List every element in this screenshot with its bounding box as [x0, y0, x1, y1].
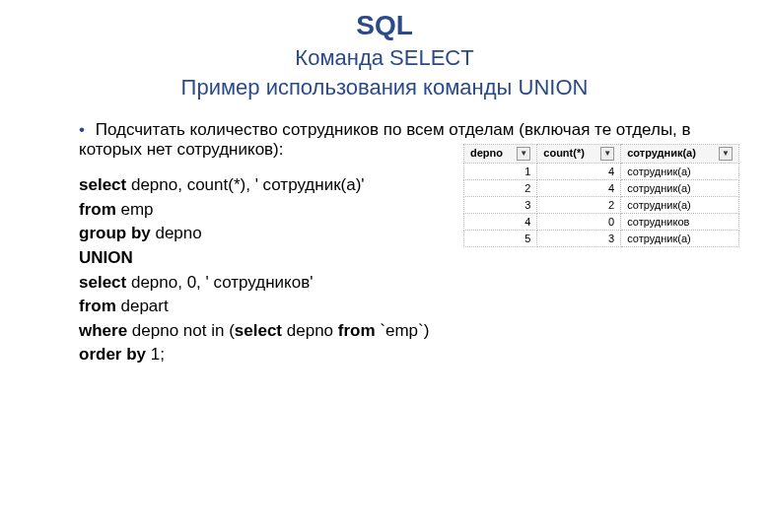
cell-depno: 3 [464, 197, 537, 214]
result-table: depno▼ count(*)▼ сотрудник(а)▼ 1 4 сотру… [463, 144, 739, 247]
cell-depno: 5 [464, 231, 537, 247]
table-row: 5 3 сотрудник(а) [464, 231, 739, 247]
cell-depno: 2 [464, 180, 537, 197]
dropdown-icon[interactable]: ▼ [600, 147, 614, 161]
cell-label: сотрудник(а) [621, 231, 739, 247]
code-line-4: UNION [79, 246, 449, 271]
th-label: сотрудник(а)▼ [621, 145, 739, 164]
title-main: SQL [20, 10, 749, 41]
cell-label: сотрудник(а) [621, 197, 739, 214]
code-line-3: group by depno [79, 222, 449, 246]
table-row: 3 2 сотрудник(а) [464, 197, 739, 214]
cell-depno: 4 [464, 214, 537, 231]
cell-depno: 1 [464, 164, 537, 180]
table-row: 2 4 сотрудник(а) [464, 180, 739, 197]
title-subtitle-1: Команда SELECT [20, 45, 749, 71]
result-table-container: depno▼ count(*)▼ сотрудник(а)▼ 1 4 сотру… [463, 144, 739, 247]
table-header-row: depno▼ count(*)▼ сотрудник(а)▼ [464, 145, 739, 164]
code-line-2: from emp [79, 198, 449, 223]
cell-count: 4 [537, 180, 621, 197]
title-block: SQL Команда SELECT Пример использования … [20, 10, 749, 100]
code-line-6: from depart [79, 295, 449, 319]
dropdown-icon[interactable]: ▼ [517, 147, 530, 161]
code-line-7: where depno not in (select depno from `e… [79, 319, 449, 344]
code-line-1: select depno, count(*), ' сотрудник(а)' [79, 173, 449, 198]
dropdown-icon[interactable]: ▼ [719, 147, 733, 161]
cell-count: 2 [537, 197, 621, 214]
cell-count: 4 [537, 164, 621, 180]
table-row: 4 0 сотрудников [464, 214, 739, 231]
title-subtitle-2: Пример использования команды UNION [20, 75, 749, 100]
code-line-5: select depno, 0, ' сотрудников' [79, 271, 449, 296]
cell-label: сотрудник(а) [621, 164, 739, 180]
cell-count: 0 [537, 214, 621, 231]
bullet-dot-icon: • [79, 120, 85, 139]
table-row: 1 4 сотрудник(а) [464, 164, 739, 180]
cell-count: 3 [537, 231, 621, 247]
two-column-layout: select depno, count(*), ' сотрудник(а)' … [79, 173, 739, 367]
sql-code-block: select depno, count(*), ' сотрудник(а)' … [79, 173, 449, 367]
code-line-8: order by 1; [79, 343, 449, 367]
th-depno: depno▼ [464, 145, 537, 164]
slide: SQL Команда SELECT Пример использования … [0, 0, 769, 387]
cell-label: сотрудников [621, 214, 739, 231]
content-area: • Подсчитать количество сотрудников по в… [20, 120, 749, 367]
th-count: count(*)▼ [537, 145, 621, 164]
cell-label: сотрудник(а) [621, 180, 739, 197]
